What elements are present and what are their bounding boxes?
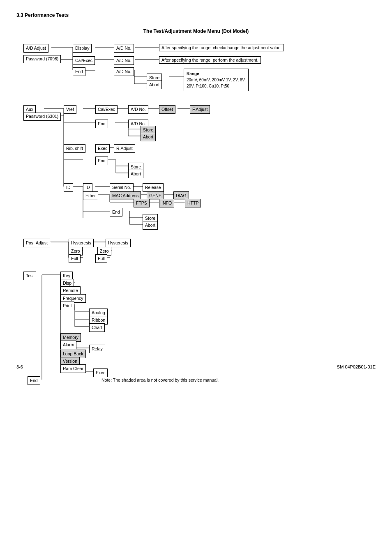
- diagram-area: A/D Adjust Display A/D No. After specify…: [19, 41, 373, 361]
- footer-page: 3-6: [16, 364, 23, 369]
- node-end-5: End: [28, 376, 40, 385]
- node-info: INFO: [159, 199, 174, 207]
- diagram-title: The Test/Adjustment Mode Menu (Dot Model…: [16, 28, 376, 34]
- node-ad-no-1: A/D No.: [114, 44, 134, 53]
- node-abort-4: Abort: [143, 221, 158, 230]
- node-ad-no-4: A/D No.: [128, 105, 148, 114]
- node-id-1: ID: [64, 183, 73, 192]
- note-text: Note: The shaded area is not covered by …: [101, 378, 219, 382]
- node-offset: Offset: [159, 105, 175, 114]
- node-abort-2: Abort: [141, 133, 156, 141]
- node-pos-adjust: Pos_Adjust: [23, 239, 50, 247]
- node-hysteresis-2: Hysteresis: [106, 239, 131, 247]
- node-abort-1: Abort: [147, 81, 162, 89]
- node-abort-3: Abort: [128, 170, 143, 178]
- node-full-2: Full: [95, 254, 107, 263]
- node-relay: Relay: [89, 345, 105, 353]
- node-exec-1: Exec: [95, 144, 110, 153]
- node-remote: Remote: [60, 286, 81, 295]
- node-cal-exec-2: Cal/Exec: [95, 105, 118, 114]
- node-end-2: End: [95, 120, 108, 128]
- node-hysteresis-1: Hysteresis: [69, 239, 94, 247]
- node-r-adjust: R.Adjust: [114, 144, 135, 153]
- node-display: Display: [73, 44, 92, 53]
- node-rib-shift: Rib. shift: [64, 144, 85, 153]
- range-box: Range 20mV, 60mV, 200mV 1V, 2V, 6V,20V, …: [184, 69, 249, 91]
- node-http: HTTP: [185, 199, 201, 207]
- node-end-4: End: [110, 208, 122, 216]
- node-print: Print: [60, 302, 74, 310]
- desc-1: After specifying the range, check/change…: [159, 44, 284, 51]
- node-password-7098: Password (7098): [23, 55, 61, 63]
- node-id-2: ID: [83, 183, 92, 192]
- node-test: Test: [23, 272, 36, 280]
- node-ftps: FTPS: [134, 199, 150, 207]
- footer-doc: SM 04P02B01-01E: [337, 364, 376, 369]
- node-full-1: Full: [69, 254, 81, 263]
- node-serial-no: Serial No.: [110, 183, 134, 192]
- desc-2: After specifying the range, perform the …: [159, 56, 261, 64]
- node-chart: Chart: [89, 323, 105, 332]
- node-f-adjust: F.Adjust: [190, 105, 210, 114]
- node-release: Release: [143, 183, 164, 192]
- node-end-3: End: [95, 157, 108, 165]
- range-values: 20mV, 60mV, 200mV 1V, 2V, 6V,20V, Pt100,…: [187, 77, 246, 89]
- node-alarm: Alarm: [60, 341, 76, 349]
- node-vref: Vref: [64, 105, 76, 114]
- node-cal-exec: Cal/Exec: [73, 56, 95, 65]
- node-ad-no-3: A/D No.: [114, 67, 134, 76]
- node-password-6301: Password (6301): [23, 113, 61, 121]
- node-ad-no-2: A/D No.: [114, 56, 134, 65]
- node-ether: Ether: [83, 191, 98, 200]
- node-end-1: End: [73, 67, 85, 76]
- node-exec-2: Exec: [93, 368, 108, 377]
- section-title: 3.3 Performance Tests: [16, 12, 376, 20]
- page-footer: 3-6 SM 04P02B01-01E: [16, 364, 376, 369]
- range-label: Range: [187, 71, 246, 77]
- node-ad-adjust: A/D Adjust: [23, 44, 48, 53]
